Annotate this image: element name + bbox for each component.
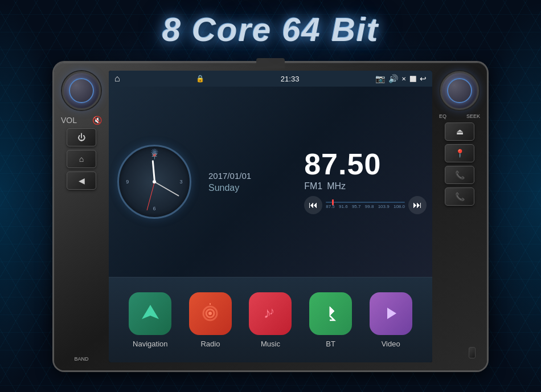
screen-main: 📍 12 [109,87,432,277]
freq-track [326,202,405,203]
back-button[interactable]: ◀ [67,172,96,190]
seek-label: SEEK [466,113,480,119]
fm-unit: MHz [327,181,346,191]
window-icon: ⬜ [409,76,416,82]
bottom-screw [469,347,476,358]
eq-knob[interactable] [440,71,479,110]
home-button[interactable]: ⌂ [67,150,96,168]
next-station-button[interactable]: ⏭ [408,196,427,214]
day-text: Sunday [208,183,290,193]
freq-108: 108.0 [394,204,405,209]
freq-91: 91.6 [339,204,348,209]
lock-icon: 🔒 [196,75,204,83]
apps-bar: Navigation Radio [109,277,432,362]
status-icons: 🔒 [196,75,204,83]
radio-section: 87.50 FM1 MHz ⏮ 87.5 91. [298,87,432,277]
eject-button[interactable]: ⏏ [445,122,474,141]
nav-app-label: Navigation [133,340,167,348]
hour-hand [151,160,155,182]
analog-clock: 📍 12 [117,145,191,219]
top-handle [256,58,285,68]
mute-icon: 🔇 [92,116,102,125]
bezel: VOL 🔇 ⏻ ⌂ ◀ BAND EQ SEEK ⏏ 📍 📞 📞 [54,63,487,370]
status-bar: ⌂ 🔒 21:33 📷 🔊 ✕ ⬜ ↩ [109,71,432,87]
svg-marker-8 [387,308,396,319]
clock-12: 12 [151,152,157,158]
radio-controls: ⏮ 87.5 91.6 95.7 99.8 103.9 1 [304,196,427,214]
volume-knob[interactable] [62,71,101,110]
clock-6: 6 [153,206,155,211]
music-app-icon: ♪ ♪ [249,292,292,335]
svg-point-3 [208,312,212,315]
phone-down-button[interactable]: 📞 [445,187,474,206]
home-icon[interactable]: ⌂ [114,74,120,84]
app-radio[interactable]: Radio [189,292,232,348]
bt-app-icon [309,292,352,335]
right-panel: EQ SEEK ⏏ 📍 📞 📞 [437,71,482,362]
app-video[interactable]: Video [370,292,412,348]
clock-3: 3 [180,179,183,185]
video-app-label: Video [382,340,400,348]
radio-app-label: Radio [200,340,220,348]
minute-hand [154,181,179,197]
power-button[interactable]: ⏻ [67,128,96,146]
status-right-icons: 📷 🔊 ✕ ⬜ ↩ [375,74,427,83]
freq-indicator [332,199,334,205]
clock-section: 📍 12 [109,87,200,277]
eq-label: EQ [439,113,446,119]
clock-center [153,180,156,183]
left-panel: VOL 🔇 ⏻ ⌂ ◀ BAND [59,71,104,362]
frequency-bar: 87.5 91.6 95.7 99.8 103.9 108.0 [326,199,405,211]
back-icon: ↩ [420,74,427,83]
video-app-icon [370,292,412,335]
clock-9: 9 [126,179,129,185]
freq-99: 99.8 [365,204,374,209]
app-navigation[interactable]: Navigation [129,292,171,348]
music-app-label: Music [261,340,280,348]
car-unit: VOL 🔇 ⏻ ⌂ ◀ BAND EQ SEEK ⏏ 📍 📞 📞 [54,63,487,370]
nav-button[interactable]: 📍 [445,144,474,162]
vol-label: VOL [61,116,77,125]
prev-station-button[interactable]: ⏮ [304,196,322,214]
bt-app-label: BT [326,340,335,348]
volume-icon: 🔊 [388,74,398,83]
band-label: BAND [74,356,88,362]
svg-text:♪: ♪ [269,305,274,317]
screen: ⌂ 🔒 21:33 📷 🔊 ✕ ⬜ ↩ [109,71,432,362]
app-bt[interactable]: BT [309,292,352,348]
page-title: 8 Core 64 Bit [0,10,541,48]
fm-label-row: FM1 MHz [304,181,427,191]
status-time: 21:33 [281,75,300,83]
freq-labels: 87.5 91.6 95.7 99.8 103.9 108.0 [326,204,405,209]
nav-app-icon [129,292,171,335]
info-section: 2017/01/01 Sunday [200,87,298,277]
fm-band: FM1 [304,181,322,191]
fm-frequency: 87.50 [304,149,427,179]
date-text: 2017/01/01 [208,171,290,181]
radio-app-icon [189,292,232,335]
freq-103: 103.9 [378,204,390,209]
freq-95: 95.7 [352,204,361,209]
svg-marker-0 [142,305,159,319]
camera-icon: 📷 [375,74,385,83]
close-icon: ✕ [401,76,406,82]
phone-up-button[interactable]: 📞 [445,166,474,184]
app-music[interactable]: ♪ ♪ Music [249,292,292,348]
